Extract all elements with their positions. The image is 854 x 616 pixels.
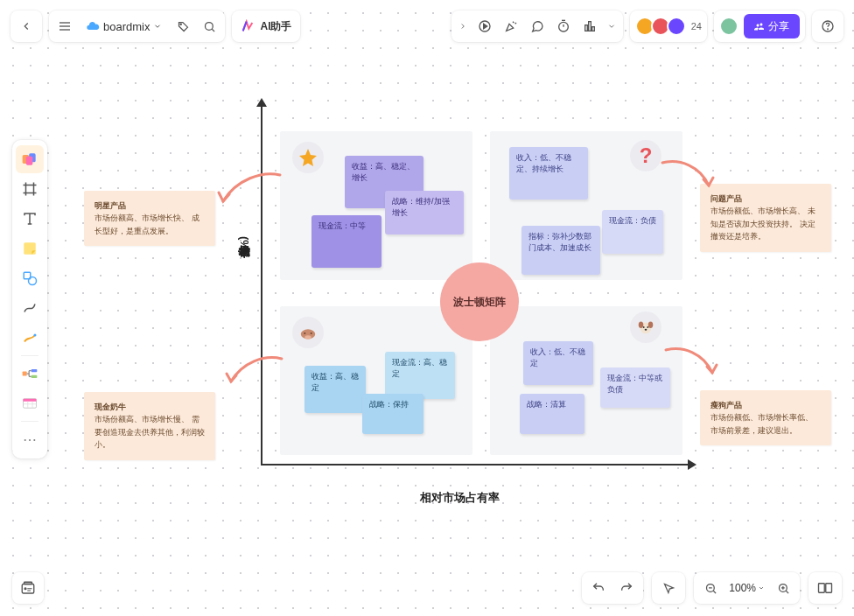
svg-rect-23 <box>584 25 587 32</box>
svg-marker-17 <box>483 24 486 28</box>
sticky-note-tool[interactable] <box>16 234 44 262</box>
svg-point-27 <box>828 29 829 30</box>
share-icon <box>754 21 765 32</box>
annotation-dog-title: 瘦狗产品 <box>710 399 821 411</box>
redo-button[interactable] <box>613 575 640 601</box>
chevron-down-icon <box>153 22 162 31</box>
svg-point-8 <box>647 326 648 328</box>
text-tool[interactable] <box>16 205 44 233</box>
annotation-star[interactable]: 明星产品 市场份额高、市场增长快、 成长型好，是重点发展。 <box>84 191 215 246</box>
frame-tool[interactable] <box>16 175 44 203</box>
minimap-button[interactable] <box>812 575 838 601</box>
q2-note-1[interactable]: 收入：低、不稳定、持续增长 <box>509 147 588 200</box>
center-circle[interactable]: 波士顿矩阵 <box>440 262 519 341</box>
svg-point-40 <box>34 334 37 337</box>
svg-rect-50 <box>24 582 32 584</box>
file-name: boardmix <box>103 20 150 33</box>
tag-button[interactable] <box>171 14 195 38</box>
zoom-out-button[interactable] <box>697 575 724 601</box>
x-axis <box>261 464 690 466</box>
cursor-tool[interactable] <box>655 575 682 601</box>
pen-tool[interactable] <box>16 324 44 352</box>
svg-rect-41 <box>23 372 27 376</box>
left-toolbar: ⋯ <box>12 140 47 458</box>
annotation-cow[interactable]: 现金奶牛 市场份额高、市场增长慢、 需要创造现金去供养其他，利润较小。 <box>84 392 215 460</box>
q4-note-3[interactable]: 战略：清算 <box>520 394 584 434</box>
svg-point-1 <box>304 332 305 334</box>
svg-line-58 <box>786 591 788 593</box>
templates-tool[interactable] <box>16 145 44 173</box>
y-axis <box>261 105 262 464</box>
arrow-to-dog <box>662 343 723 387</box>
svg-rect-45 <box>24 399 37 402</box>
dog-badge[interactable] <box>630 312 662 343</box>
vote-button[interactable] <box>578 14 602 38</box>
ai-logo-icon <box>241 19 255 33</box>
q3-note-1[interactable]: 收益：高、稳定 <box>304 366 366 413</box>
layers-panel-button[interactable] <box>12 572 44 604</box>
shape-tool[interactable] <box>16 264 44 292</box>
q2-note-2[interactable]: 现金流：负债 <box>602 210 663 254</box>
svg-point-9 <box>645 329 648 331</box>
svg-rect-59 <box>819 584 825 593</box>
svg-rect-60 <box>826 584 832 593</box>
file-name-dropdown[interactable]: boardmix <box>79 19 169 33</box>
annotation-dog-body: 市场份额低、市场增长率低、 市场前景差，建议退出。 <box>710 411 821 437</box>
ai-assistant-button[interactable]: AI助手 <box>232 10 300 42</box>
more-tools-dropdown[interactable] <box>604 14 620 38</box>
annotation-question-title: 问题产品 <box>710 192 821 205</box>
undo-button[interactable] <box>585 575 612 601</box>
search-button[interactable] <box>197 14 221 38</box>
back-button[interactable] <box>14 14 38 38</box>
annotation-dog[interactable]: 瘦狗产品 市场份额低、市场增长率低、 市场前景差，建议退出。 <box>700 390 831 445</box>
svg-rect-30 <box>26 157 32 165</box>
q1-note-2[interactable]: 战略：维持/加强增长 <box>385 191 464 234</box>
star-badge[interactable] <box>292 142 324 173</box>
more-tools-button[interactable]: ⋯ <box>16 425 44 453</box>
svg-line-18 <box>513 22 514 23</box>
table-tool[interactable] <box>16 389 44 417</box>
play-button[interactable] <box>472 14 497 38</box>
svg-point-5 <box>639 322 644 328</box>
share-label: 分享 <box>768 19 789 34</box>
annotation-question-body: 市场份额低、市场增长高、 未知是否该加大投资扶持。 决定撤资还是培养。 <box>710 205 821 242</box>
svg-rect-24 <box>588 22 591 32</box>
top-toolbar: boardmix AI助手 24 分享 <box>10 10 844 42</box>
svg-line-15 <box>212 29 214 32</box>
toolbar-divider <box>21 355 38 356</box>
menu-button[interactable] <box>52 14 77 38</box>
annotation-question[interactable]: 问题产品 市场份额低、市场增长高、 未知是否该加大投资扶持。 决定撤资还是培养。 <box>700 184 831 252</box>
share-button[interactable]: 分享 <box>744 14 800 38</box>
expand-right-icon[interactable] <box>455 14 471 38</box>
q4-note-1[interactable]: 收入：低、不稳定 <box>523 341 593 385</box>
q1-note-3[interactable]: 现金流：中等 <box>312 215 382 268</box>
svg-rect-43 <box>32 375 38 378</box>
line-tool[interactable] <box>16 294 44 322</box>
current-user-avatar[interactable] <box>719 17 738 36</box>
zoom-in-button[interactable] <box>770 575 796 601</box>
svg-point-13 <box>180 24 181 24</box>
chevron-down-icon <box>758 584 765 592</box>
svg-line-54 <box>713 591 716 593</box>
svg-point-20 <box>558 22 568 32</box>
bottom-right-bar: 100% <box>582 572 842 604</box>
svg-point-39 <box>29 277 37 285</box>
help-button[interactable] <box>816 14 840 38</box>
svg-point-51 <box>24 588 26 590</box>
q2-note-3[interactable]: 指标：弥补少数部门成本、加速成长 <box>522 226 600 275</box>
zoom-level-dropdown[interactable]: 100% <box>725 582 768 594</box>
cow-badge[interactable] <box>292 317 324 348</box>
ai-label: AI助手 <box>260 19 291 34</box>
timer-button[interactable] <box>551 14 576 38</box>
q3-note-3[interactable]: 战略：保持 <box>362 394 424 434</box>
svg-point-14 <box>205 22 213 30</box>
confetti-button[interactable] <box>499 14 523 38</box>
question-badge[interactable]: ? <box>630 140 662 172</box>
q3-note-2[interactable]: 现金流：高、稳定 <box>385 352 455 399</box>
mindmap-tool[interactable] <box>16 360 44 388</box>
q4-note-2[interactable]: 现金流：中等或负债 <box>600 368 670 408</box>
svg-rect-42 <box>32 369 38 372</box>
comment-button[interactable] <box>525 14 550 38</box>
collaborators[interactable]: 24 <box>630 10 707 42</box>
svg-rect-25 <box>592 27 594 32</box>
